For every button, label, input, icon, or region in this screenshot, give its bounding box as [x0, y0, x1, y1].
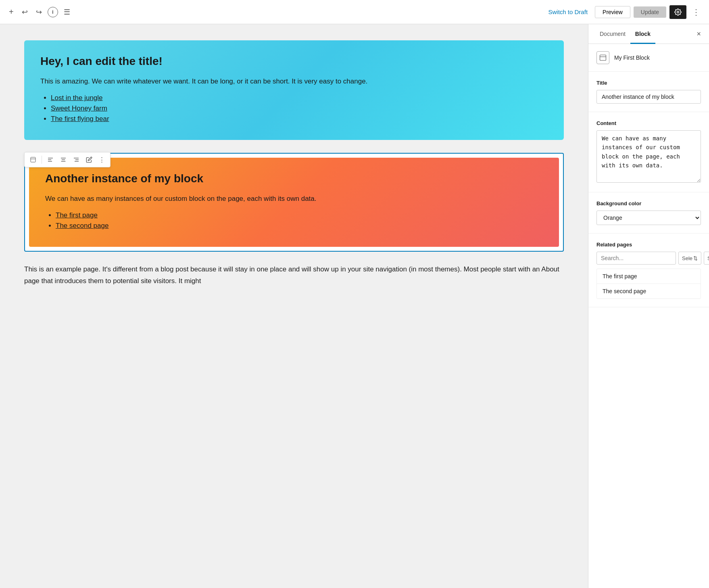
list-item-link[interactable]: The first page	[56, 211, 98, 219]
block-type-name: My First Block	[614, 54, 650, 61]
related-select-chevron: ⇅	[693, 255, 698, 261]
svg-point-0	[677, 11, 679, 13]
related-select-label-2: Sele	[707, 255, 709, 261]
list-item-link[interactable]: The first flying bear	[51, 115, 109, 123]
main-layout: Hey, I can edit the title! This is amazi…	[0, 24, 709, 588]
more-options-button[interactable]: ⋮	[690, 5, 703, 19]
add-block-button[interactable]: +	[6, 5, 16, 19]
sidebar-tabs: Document Block ×	[588, 24, 709, 44]
svg-rect-12	[600, 55, 606, 60]
sidebar-content-section: Content We can have as many instances of…	[588, 112, 709, 192]
list-item: Lost in the jungle	[51, 94, 548, 102]
undo-button[interactable]: ↩	[19, 5, 30, 19]
block1-paragraph[interactable]: This is amazing. We can write whatever w…	[40, 76, 548, 87]
sidebar-close-button[interactable]: ×	[695, 28, 703, 40]
sidebar-related-pages-section: Related pages Sele ⇅ Sele ⇅ The first pa…	[588, 234, 709, 307]
toolbar-right: Switch to Draft Preview Update ⋮	[544, 5, 703, 19]
list-item-link[interactable]: Lost in the jungle	[51, 94, 103, 102]
main-toolbar: + ↩ ↪ i ☰ Switch to Draft Preview Update…	[0, 0, 709, 24]
related-page-item[interactable]: The first page	[597, 269, 701, 284]
related-pages-controls: Sele ⇅ Sele ⇅	[596, 252, 701, 265]
list-view-button[interactable]: ☰	[61, 5, 73, 19]
block-selected-wrap: Another instance of my block We can have…	[24, 153, 564, 252]
bgcolor-label: Background color	[596, 200, 701, 206]
align-left-button[interactable]	[44, 154, 56, 165]
preview-button[interactable]: Preview	[595, 6, 630, 18]
related-select-btn-1[interactable]: Sele ⇅	[678, 252, 701, 265]
svg-rect-1	[31, 157, 35, 162]
block2-paragraph[interactable]: We can have as many instances of our cus…	[45, 193, 543, 204]
list-item: The first flying bear	[51, 115, 548, 123]
sidebar-bgcolor-section: Background color Orange Blue Green Red	[588, 192, 709, 234]
toolbar-divider	[42, 156, 42, 164]
block-orange: Another instance of my block We can have…	[29, 158, 559, 247]
block1-list: Lost in the jungle Sweet Honey farm The …	[40, 94, 548, 123]
related-pages-list: The first page The second page	[596, 269, 701, 299]
list-item-link[interactable]: The second page	[56, 222, 108, 229]
related-pages-label: Related pages	[596, 242, 701, 248]
edit-button[interactable]	[83, 154, 95, 165]
block-cyan: Hey, I can edit the title! This is amazi…	[24, 40, 564, 140]
editor-area: Hey, I can edit the title! This is amazi…	[0, 24, 588, 588]
tab-document[interactable]: Document	[595, 24, 630, 44]
update-button[interactable]: Update	[634, 6, 666, 18]
related-select-label: Sele	[682, 255, 692, 261]
content-label: Content	[596, 120, 701, 126]
settings-button[interactable]	[669, 5, 686, 19]
redo-button[interactable]: ↪	[33, 5, 44, 19]
switch-to-draft-button[interactable]: Switch to Draft	[544, 6, 592, 18]
related-select-btn-2[interactable]: Sele ⇅	[704, 252, 709, 265]
block2-list: The first page The second page	[45, 211, 543, 230]
info-button[interactable]: i	[48, 7, 58, 17]
block2-title[interactable]: Another instance of my block	[45, 172, 543, 185]
title-input[interactable]	[596, 90, 701, 104]
related-search-input[interactable]	[596, 252, 676, 265]
editor-paragraph[interactable]: This is an example page. It's different …	[24, 264, 564, 287]
block-type-icon	[596, 51, 609, 64]
bgcolor-select[interactable]: Orange Blue Green Red	[596, 211, 701, 225]
block-toolbar-wrap: ⋮ Another instance of my block We can ha…	[24, 153, 564, 252]
align-center-button[interactable]	[57, 154, 69, 165]
list-item: The first page	[56, 211, 543, 219]
more-block-options-button[interactable]: ⋮	[96, 154, 108, 165]
tab-block[interactable]: Block	[630, 24, 655, 44]
toolbar-left: + ↩ ↪ i ☰	[6, 5, 73, 19]
list-item-link[interactable]: Sweet Honey farm	[51, 104, 107, 112]
list-item: Sweet Honey farm	[51, 104, 548, 113]
block-type-header: My First Block	[588, 44, 709, 72]
related-page-item[interactable]: The second page	[597, 284, 701, 298]
block-toolbar: ⋮	[24, 152, 111, 167]
sidebar-title-section: Title	[588, 72, 709, 112]
block1-title[interactable]: Hey, I can edit the title!	[40, 55, 548, 68]
title-label: Title	[596, 80, 701, 86]
content-textarea[interactable]: We can have as many instances of our cus…	[596, 130, 701, 183]
block-type-button[interactable]	[27, 154, 39, 165]
right-sidebar: Document Block × My First Block Title Co…	[588, 24, 709, 588]
list-item: The second page	[56, 222, 543, 230]
align-right-button[interactable]	[70, 154, 82, 165]
